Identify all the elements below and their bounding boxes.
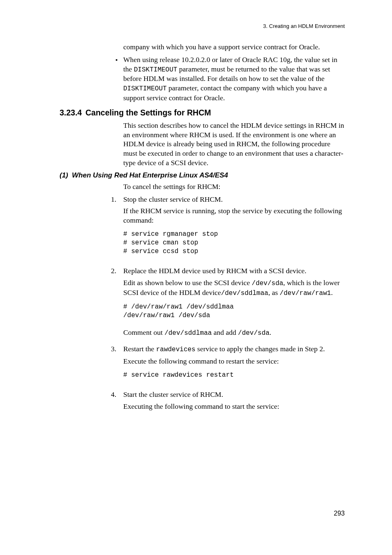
step-2: 2. Replace the HDLM device used by RHCM …	[111, 266, 345, 342]
subheading-1: (1) When Using Red Hat Enterprise Linux …	[60, 171, 345, 180]
step-3: 3. Restart the rawdevices service to app…	[111, 344, 345, 387]
text-segment: .	[270, 328, 271, 336]
inline-code: /dev/sda	[252, 280, 284, 287]
subsection-intro: To cancel the settings for RHCM:	[123, 182, 345, 191]
step-note: Comment out /dev/sddlmaa and add /dev/sd…	[123, 328, 345, 338]
inline-code: DISKTIMEOUT	[123, 85, 167, 92]
step-desc: Executing the following command to start…	[123, 402, 345, 411]
step-4: 4. Start the cluster service of RHCM. Ex…	[111, 390, 345, 411]
inline-code: rawdevices	[156, 346, 196, 353]
text-segment: and add	[212, 328, 238, 336]
text-segment: .	[331, 288, 332, 297]
subheading-title: When Using Red Hat Enterprise Linux AS4/…	[72, 171, 228, 180]
continuation-text: company with which you have a support se…	[123, 42, 345, 52]
inline-code: /dev/sda	[238, 329, 270, 337]
page-header: 3. Creating an HDLM Environment	[60, 23, 345, 29]
inline-code: /dev/sddlmaa	[221, 290, 268, 297]
section-intro: This section describes how to cancel the…	[123, 121, 345, 168]
subheading-number: (1)	[60, 171, 72, 180]
step-number: 4.	[111, 390, 123, 411]
step-title: Restart the rawdevices service to apply …	[123, 345, 325, 353]
step-number: 2.	[111, 266, 123, 342]
step-number: 3.	[111, 344, 123, 387]
bullet-body: When using release 10.2.0.2.0 or later o…	[123, 55, 345, 103]
heading-title: Canceling the Settings for RHCM	[85, 108, 211, 117]
inline-code: /dev/raw/raw1	[280, 290, 331, 297]
code-block: # service rawdevices restart	[123, 371, 345, 380]
text-segment: service to apply the changes made in Ste…	[196, 345, 325, 353]
step-title: Stop the cluster service of RHCM.	[123, 195, 223, 203]
step-title: Replace the HDLM device used by RHCM wit…	[123, 267, 307, 275]
step-desc: If the RHCM service is running, stop the…	[123, 206, 345, 225]
page-number: 293	[334, 510, 345, 517]
text-segment: Restart the	[123, 345, 156, 353]
code-block: # service rgmanager stop # service cman …	[123, 230, 345, 256]
step-1: 1. Stop the cluster service of RHCM. If …	[111, 195, 345, 264]
heading-number: 3.23.4	[60, 108, 85, 117]
step-desc: Execute the following command to restart…	[123, 357, 345, 366]
step-desc: Edit as shown below to use the SCSI devi…	[123, 278, 345, 298]
code-block: # /dev/raw/raw1 /dev/sddlmaa /dev/raw/ra…	[123, 303, 345, 320]
inline-code: /dev/sddlmaa	[164, 329, 212, 337]
text-segment: , as	[268, 288, 280, 297]
bullet-item: • When using release 10.2.0.2.0 or later…	[115, 55, 345, 103]
step-title: Start the cluster service of RHCM.	[123, 390, 223, 398]
step-number: 1.	[111, 195, 123, 264]
text-segment: Comment out	[123, 328, 164, 336]
heading-3-23-4: 3.23.4 Canceling the Settings for RHCM	[60, 108, 345, 117]
bullet-icon: •	[115, 55, 123, 103]
inline-code: DISKTIMEOUT	[134, 66, 178, 74]
text-segment: Edit as shown below to use the SCSI devi…	[123, 279, 252, 287]
